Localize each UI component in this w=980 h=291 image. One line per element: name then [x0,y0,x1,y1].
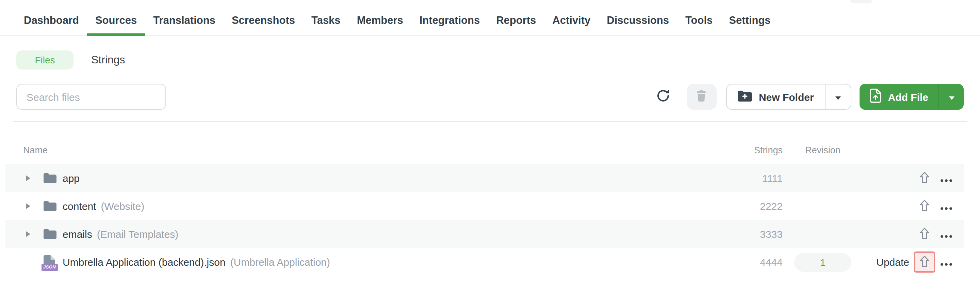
row-expander-caret[interactable] [26,231,37,237]
new-folder-split-button: New Folder [726,84,851,110]
source-tabs: Files Strings [16,50,980,70]
search-input[interactable] [16,84,166,110]
nav-item-activity[interactable]: Activity [544,5,598,35]
table-row[interactable]: app 1111 [5,164,964,192]
folder-plus-icon [738,90,752,103]
nav-item-screenshots[interactable]: Screenshots [224,5,303,35]
file-context-label: (Email Templates) [97,228,179,240]
strings-count: 2222 [728,200,783,212]
table-header: Name Strings Revision [5,122,964,164]
file-format-badge: JSON [41,264,57,271]
table-row[interactable]: emails (Email Templates) 3333 [5,220,964,248]
tab-strings[interactable]: Strings [91,54,125,66]
chevron-down-icon [835,92,841,102]
file-name[interactable]: emails [63,228,92,240]
trash-icon [697,90,707,104]
folder-icon [43,229,56,239]
strings-count: 3333 [728,228,783,240]
row-menu-button[interactable] [937,256,956,268]
row-menu-button[interactable] [937,173,956,184]
folder-icon [43,173,56,183]
delete-button[interactable] [687,84,717,110]
add-file-label: Add File [888,91,928,102]
file-context-label: (Umbrella Application) [231,256,330,268]
project-nav: DashboardSourcesTranslationsScreenshotsT… [0,0,980,36]
toolbar: New Folder Add File [16,84,964,110]
tab-files[interactable]: Files [16,50,73,70]
row-menu-button[interactable] [937,228,956,240]
column-header-strings: Strings [728,145,783,155]
upload-arrow-icon [919,199,929,213]
file-name[interactable]: Umbrella Application (backend).json [63,256,226,268]
table-row[interactable]: JSON Umbrella Application (backend).json… [5,248,964,276]
files-table: Name Strings Revision app 1111 [5,122,964,276]
folder-icon [43,201,56,211]
upload-arrow-icon [919,227,929,241]
file-upload-icon [870,89,881,105]
ellipsis-icon [940,228,952,240]
json-file-icon: JSON [43,254,55,270]
column-header-name: Name [5,145,728,155]
upload-button[interactable] [914,196,935,217]
table-row[interactable]: content (Website) 2222 [5,192,964,220]
upload-arrow-icon [919,255,929,269]
update-link[interactable]: Update [876,256,909,268]
ellipsis-icon [940,256,952,268]
column-header-revision: Revision [792,145,853,155]
nav-item-settings[interactable]: Settings [721,5,778,35]
upload-button[interactable] [914,224,935,245]
new-folder-label: New Folder [759,91,814,102]
add-file-dropdown[interactable] [939,84,964,110]
row-menu-button[interactable] [937,200,956,212]
nav-item-tasks[interactable]: Tasks [303,5,349,35]
new-folder-button[interactable]: New Folder [727,85,825,109]
page: DashboardSourcesTranslationsScreenshotsT… [0,0,980,291]
upload-button[interactable] [914,168,935,189]
row-expander-caret[interactable] [26,203,37,209]
revision-badge[interactable]: 1 [794,253,851,272]
nav-item-members[interactable]: Members [349,5,411,35]
chevron-down-icon [948,92,955,102]
strings-count: 1111 [728,173,783,184]
nav-item-tools[interactable]: Tools [677,5,721,35]
add-file-split-button: Add File [859,84,964,110]
refresh-button[interactable] [656,89,670,105]
nav-item-discussions[interactable]: Discussions [598,5,677,35]
table-body: app 1111 [5,164,964,276]
nav-item-reports[interactable]: Reports [488,5,544,35]
ellipsis-icon [940,200,952,212]
upload-button[interactable] [914,251,935,273]
file-context-label: (Website) [101,200,144,212]
nav-item-translations[interactable]: Translations [145,5,224,35]
nav-item-integrations[interactable]: Integrations [411,5,488,35]
add-file-button[interactable]: Add File [859,84,939,110]
tooltip-remnant [850,0,872,3]
ellipsis-icon [940,173,952,184]
file-name[interactable]: app [63,173,80,184]
upload-arrow-icon [919,171,929,185]
row-expander-caret[interactable] [26,175,37,181]
file-name[interactable]: content [63,200,96,212]
nav-item-sources[interactable]: Sources [87,5,145,35]
strings-count: 4444 [728,256,783,268]
nav-item-dashboard[interactable]: Dashboard [16,5,87,35]
refresh-icon [656,89,670,105]
new-folder-dropdown[interactable] [825,85,851,109]
